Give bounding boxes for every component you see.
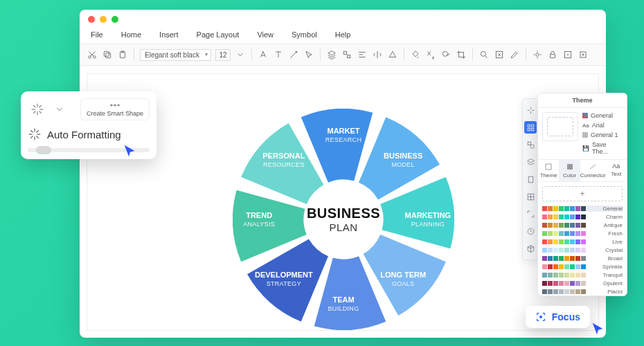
focus-button[interactable]: Focus xyxy=(526,306,590,328)
cut-icon[interactable] xyxy=(87,49,98,60)
palette-row[interactable]: Crystal xyxy=(542,247,623,253)
fill-icon[interactable] xyxy=(410,49,421,60)
auto-format-panel: Create Smart Shape Auto Formatting xyxy=(21,91,156,159)
palette-row[interactable]: Charm xyxy=(542,214,623,220)
menu-insert[interactable]: Insert xyxy=(159,30,179,39)
menu-view[interactable]: View xyxy=(257,30,274,39)
donut-chart[interactable]: BUSINESS PLAN MARKETRESEARCHBUSINESSMODE… xyxy=(233,109,454,330)
layers-tool-icon[interactable] xyxy=(524,156,537,168)
toolbar: Elegant soft black 12 xyxy=(80,44,606,66)
preview-item[interactable]: General xyxy=(582,112,623,119)
window-controls xyxy=(80,10,606,29)
theme-panel: Theme General AaArial General 1 💾Save Th… xyxy=(537,93,627,296)
svg-rect-7 xyxy=(348,55,350,58)
svg-rect-13 xyxy=(564,51,571,57)
palette-row[interactable]: Opulent xyxy=(542,280,623,286)
svg-rect-36 xyxy=(546,164,551,170)
tab-theme[interactable]: Theme xyxy=(538,160,559,181)
page-tool-icon[interactable] xyxy=(524,173,537,185)
expand-tool-icon[interactable] xyxy=(524,208,537,220)
palette-list: GeneralCharmAntiqueFreshLiveCrystalBroad… xyxy=(538,206,627,295)
palette-row[interactable]: General xyxy=(542,206,623,212)
palette-row[interactable]: Tranquil xyxy=(542,272,623,278)
menubar: File Home Insert Page Layout View Symbol… xyxy=(80,29,606,44)
shape-icon[interactable] xyxy=(387,49,398,60)
maximize-icon[interactable] xyxy=(111,16,118,23)
sparkle-icon[interactable] xyxy=(28,100,47,119)
align-icon[interactable] xyxy=(357,49,368,60)
tab-connector[interactable]: Connector xyxy=(580,160,606,181)
minimize-icon[interactable] xyxy=(100,16,107,23)
font-color-icon[interactable] xyxy=(258,49,269,60)
palette-row[interactable]: Fresh xyxy=(542,230,623,237)
shadow-icon[interactable] xyxy=(440,49,451,60)
palette-row[interactable]: Sprinkle xyxy=(542,264,623,270)
cursor-icon xyxy=(590,321,605,339)
theme-icon[interactable] xyxy=(532,49,543,60)
preview-item[interactable]: AaArial xyxy=(582,122,623,129)
fit-icon[interactable] xyxy=(494,49,505,60)
right-toolstrip xyxy=(522,98,539,260)
subscript-icon[interactable] xyxy=(425,49,436,60)
add-palette-button[interactable]: + xyxy=(542,186,623,201)
distribute-icon[interactable] xyxy=(372,49,383,60)
history-tool-icon[interactable] xyxy=(524,225,537,237)
theme-panel-title: Theme xyxy=(538,93,627,108)
select-icon[interactable] xyxy=(303,49,314,60)
export-icon[interactable] xyxy=(578,49,589,60)
svg-rect-37 xyxy=(567,164,573,170)
shapes-tool-icon[interactable] xyxy=(524,138,537,151)
theme-preview-thumb[interactable] xyxy=(542,112,578,141)
preview-item[interactable]: General 1 xyxy=(582,131,623,138)
palette-row[interactable]: Live xyxy=(542,239,623,245)
palette-row[interactable]: Antique xyxy=(542,222,623,228)
close-icon[interactable] xyxy=(88,16,95,23)
svg-rect-2 xyxy=(106,53,111,58)
svg-point-32 xyxy=(530,144,533,147)
svg-point-38 xyxy=(539,316,542,318)
chevron-down-icon[interactable] xyxy=(54,104,65,115)
menu-page-layout[interactable]: Page Layout xyxy=(197,30,240,39)
cursor-icon xyxy=(122,143,137,161)
chevron-down-icon[interactable] xyxy=(235,49,246,60)
svg-rect-28 xyxy=(531,125,533,127)
menu-symbol[interactable]: Symbol xyxy=(292,30,317,39)
more-icon[interactable] xyxy=(562,49,573,60)
smart-shape-label: Create Smart Shape xyxy=(87,110,143,117)
focus-label: Focus xyxy=(552,311,580,322)
menu-home[interactable]: Home xyxy=(121,30,141,39)
pen-icon[interactable] xyxy=(509,49,520,60)
palette-row[interactable]: Placid xyxy=(542,289,623,295)
preview-item[interactable]: 💾Save The... xyxy=(582,141,623,155)
palette-row[interactable]: Broad xyxy=(542,255,623,262)
sparkle-tool-icon[interactable] xyxy=(524,104,537,116)
svg-rect-30 xyxy=(531,128,533,130)
cube-tool-icon[interactable] xyxy=(524,242,537,255)
layers-icon[interactable] xyxy=(326,49,337,60)
font-size-input[interactable]: 12 xyxy=(215,49,231,61)
auto-formatting-button[interactable]: Auto Formatting xyxy=(28,127,150,141)
svg-point-26 xyxy=(118,104,120,107)
table-tool-icon[interactable] xyxy=(524,190,537,203)
svg-rect-27 xyxy=(528,125,530,127)
crop-icon[interactable] xyxy=(456,49,467,60)
zoom-icon[interactable] xyxy=(478,49,490,60)
svg-rect-29 xyxy=(528,128,530,130)
font-select[interactable]: Elegant soft black xyxy=(140,49,211,61)
lock-icon[interactable] xyxy=(547,49,558,60)
tab-color[interactable]: Color xyxy=(559,160,580,181)
group-icon[interactable] xyxy=(341,49,352,60)
paste-icon[interactable] xyxy=(117,49,128,60)
tab-text[interactable]: AaText xyxy=(606,160,627,181)
connector-icon[interactable] xyxy=(288,49,299,60)
menu-help[interactable]: Help xyxy=(335,30,351,39)
svg-rect-6 xyxy=(343,51,346,54)
copy-icon[interactable] xyxy=(102,49,113,60)
menu-file[interactable]: File xyxy=(91,30,103,39)
text-icon[interactable] xyxy=(273,49,284,60)
svg-point-25 xyxy=(114,104,116,107)
auto-format-label: Auto Formatting xyxy=(47,129,121,140)
create-smart-shape-button[interactable]: Create Smart Shape xyxy=(80,98,150,120)
svg-point-9 xyxy=(481,51,485,56)
grid-tool-icon[interactable] xyxy=(524,121,537,134)
